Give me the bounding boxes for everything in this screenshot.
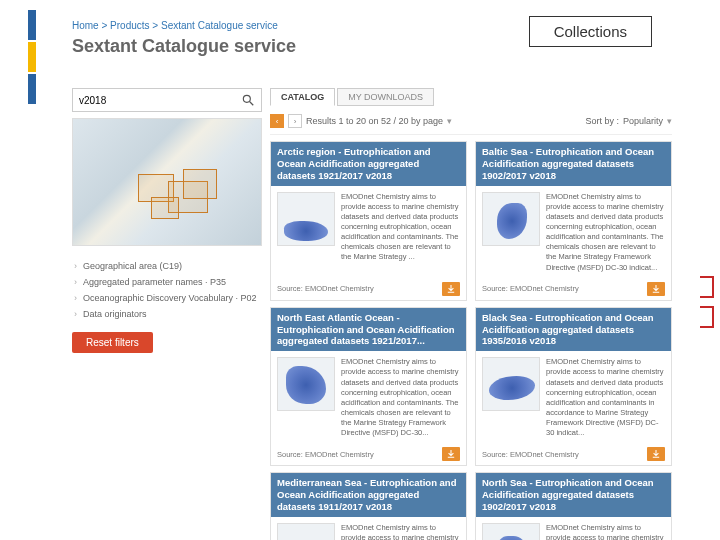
download-button[interactable]: [647, 282, 665, 296]
download-button[interactable]: [442, 282, 460, 296]
pager-prev-button[interactable]: ‹: [270, 114, 284, 128]
card-description: EMODnet Chemistry aims to provide access…: [546, 357, 665, 438]
page-title: Sextant Catalogue service: [72, 36, 296, 57]
dataset-card[interactable]: Black Sea - Eutrophication and Ocean Aci…: [475, 307, 672, 467]
svg-line-1: [250, 102, 254, 106]
card-title: North Sea - Eutrophication and Ocean Aci…: [476, 473, 671, 517]
dataset-card[interactable]: Arctic region - Eutrophication and Ocean…: [270, 141, 467, 301]
results-panel: CATALOG MY DOWNLOADS ‹ › Results 1 to 20…: [270, 88, 672, 540]
map-preview[interactable]: [72, 118, 262, 246]
tab-bar: CATALOG MY DOWNLOADS: [270, 88, 672, 106]
download-button[interactable]: [647, 447, 665, 461]
card-thumbnail: [277, 192, 335, 246]
facet-list: ›Geographical area (C19) ›Aggregated par…: [72, 254, 262, 326]
card-description: EMODnet Chemistry aims to provide access…: [341, 192, 460, 273]
card-title: Baltic Sea - Eutrophication and Ocean Ac…: [476, 142, 671, 186]
tab-my-downloads[interactable]: MY DOWNLOADS: [337, 88, 434, 106]
card-thumbnail: [277, 523, 335, 540]
chevron-right-icon: ›: [74, 293, 77, 303]
card-description: EMODnet Chemistry aims to provide access…: [341, 523, 460, 540]
facet-geographical-area[interactable]: ›Geographical area (C19): [74, 258, 260, 274]
card-thumbnail: [277, 357, 335, 411]
decorative-bracket: [700, 276, 714, 298]
search-input[interactable]: [79, 95, 219, 106]
dataset-card[interactable]: Mediterranean Sea - Eutrophication and O…: [270, 472, 467, 540]
card-description: EMODnet Chemistry aims to provide access…: [546, 523, 665, 540]
card-source: Source: EMODnet Chemistry: [277, 450, 374, 459]
chevron-right-icon: ›: [74, 277, 77, 287]
card-title: Mediterranean Sea - Eutrophication and O…: [271, 473, 466, 517]
brand-logo: [28, 10, 36, 104]
dataset-card[interactable]: North East Atlantic Ocean - Eutrophicati…: [270, 307, 467, 467]
dataset-card[interactable]: Baltic Sea - Eutrophication and Ocean Ac…: [475, 141, 672, 301]
results-grid: Arctic region - Eutrophication and Ocean…: [270, 141, 672, 540]
card-title: Arctic region - Eutrophication and Ocean…: [271, 142, 466, 186]
card-description: EMODnet Chemistry aims to provide access…: [341, 357, 460, 438]
card-source: Source: EMODnet Chemistry: [482, 284, 579, 293]
chevron-right-icon: ›: [74, 261, 77, 271]
reset-filters-button[interactable]: Reset filters: [72, 332, 153, 353]
results-count-text: Results 1 to 20 on 52 / 20 by page: [306, 116, 443, 126]
download-icon: [447, 285, 455, 293]
card-thumbnail: [482, 357, 540, 411]
chevron-right-icon: ›: [74, 309, 77, 319]
results-bar: ‹ › Results 1 to 20 on 52 / 20 by page ▾…: [270, 110, 672, 135]
facet-data-originators[interactable]: ›Data originators: [74, 306, 260, 322]
download-icon: [652, 285, 660, 293]
download-icon: [447, 450, 455, 458]
tab-catalog[interactable]: CATALOG: [270, 88, 335, 106]
breadcrumb-current: Sextant Catalogue service: [161, 20, 278, 31]
svg-point-0: [243, 95, 250, 102]
card-description: EMODnet Chemistry aims to provide access…: [546, 192, 665, 273]
card-source: Source: EMODnet Chemistry: [482, 450, 579, 459]
pager-next-button[interactable]: ›: [288, 114, 302, 128]
facet-parameter-names[interactable]: ›Aggregated parameter names · P35: [74, 274, 260, 290]
card-title: Black Sea - Eutrophication and Ocean Aci…: [476, 308, 671, 352]
search-icon[interactable]: [241, 93, 255, 107]
collections-label-box: Collections: [529, 16, 652, 47]
search-box[interactable]: [72, 88, 262, 112]
breadcrumb-home[interactable]: Home: [72, 20, 99, 31]
download-icon: [652, 450, 660, 458]
sort-value[interactable]: Popularity: [623, 116, 663, 126]
breadcrumb-products[interactable]: Products: [110, 20, 149, 31]
sort-label: Sort by :: [585, 116, 619, 126]
card-thumbnail: [482, 192, 540, 246]
breadcrumb: Home > Products > Sextant Catalogue serv…: [72, 20, 278, 31]
caret-down-icon[interactable]: ▾: [447, 116, 452, 126]
download-button[interactable]: [442, 447, 460, 461]
card-title: North East Atlantic Ocean - Eutrophicati…: [271, 308, 466, 352]
card-source: Source: EMODnet Chemistry: [277, 284, 374, 293]
caret-down-icon[interactable]: ▾: [667, 116, 672, 126]
card-thumbnail: [482, 523, 540, 540]
facet-discovery-vocabulary[interactable]: ›Oceanographic Discovery Vocabulary · P0…: [74, 290, 260, 306]
dataset-card[interactable]: North Sea - Eutrophication and Ocean Aci…: [475, 472, 672, 540]
filter-sidebar: ›Geographical area (C19) ›Aggregated par…: [72, 88, 262, 540]
decorative-bracket: [700, 306, 714, 328]
